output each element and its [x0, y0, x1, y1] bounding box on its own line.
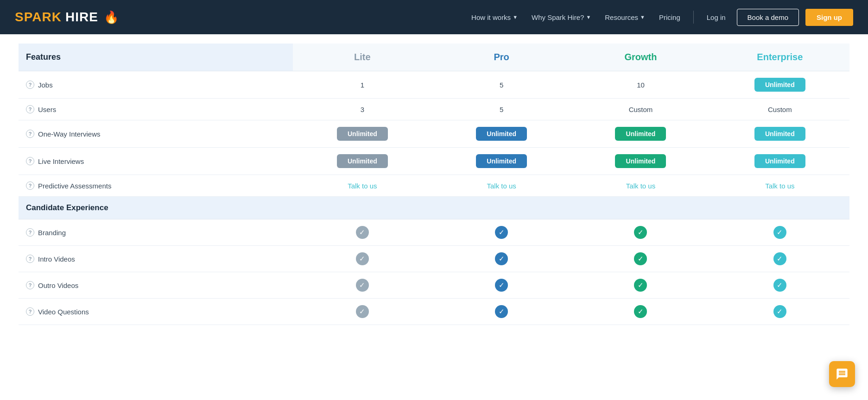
pro-cell: Unlimited: [432, 148, 571, 175]
feature-cell: ? Users: [19, 99, 293, 120]
pro-cell: ✓: [432, 219, 571, 246]
help-icon[interactable]: ?: [26, 81, 34, 89]
growth-cell: ✓: [571, 246, 710, 272]
flame-icon: 🔥: [104, 10, 119, 25]
talk-to-us-link[interactable]: Talk to us: [348, 182, 377, 190]
feature-label: Users: [38, 106, 56, 113]
growth-cell: Unlimited: [571, 148, 710, 175]
unlimited-badge: Unlimited: [754, 127, 805, 141]
enterprise-cell: Talk to us: [710, 175, 849, 197]
feature-cell: ? Intro Videos: [19, 246, 293, 272]
nav-resources[interactable]: Resources ▼: [599, 10, 651, 25]
signup-button[interactable]: Sign up: [805, 9, 853, 26]
feature-label: Outro Videos: [38, 281, 78, 289]
unlimited-badge: Unlimited: [337, 154, 388, 168]
help-icon[interactable]: ?: [26, 157, 34, 165]
pro-cell: 5: [432, 99, 571, 120]
unlimited-badge: Unlimited: [754, 154, 805, 168]
help-icon[interactable]: ?: [26, 307, 34, 316]
nav-how-it-works[interactable]: How it works ▼: [466, 10, 523, 25]
check-icon: ✓: [495, 252, 508, 265]
nav-links: How it works ▼ Why Spark Hire? ▼ Resourc…: [466, 9, 853, 26]
check-icon: ✓: [495, 279, 508, 292]
unlimited-badge: Unlimited: [615, 127, 666, 141]
section-header-row: Candidate Experience: [19, 197, 849, 219]
number-value: 3: [361, 106, 364, 113]
enterprise-cell: Unlimited: [710, 148, 849, 175]
table-row: ? Intro Videos ✓✓✓✓: [19, 246, 849, 272]
feature-cell: ? Live Interviews: [19, 148, 293, 175]
talk-to-us-link[interactable]: Talk to us: [487, 182, 516, 190]
unlimited-badge: Unlimited: [476, 127, 527, 141]
lite-cell: Unlimited: [293, 148, 432, 175]
feature-label: Jobs: [38, 81, 53, 89]
lite-cell: ✓: [293, 246, 432, 272]
feature-cell: ? Outro Videos: [19, 272, 293, 299]
feature-label: Predictive Assessments: [38, 182, 111, 190]
lite-cell: ✓: [293, 299, 432, 325]
check-icon: ✓: [773, 252, 786, 265]
help-icon[interactable]: ?: [26, 255, 34, 263]
help-icon[interactable]: ?: [26, 105, 34, 113]
help-icon[interactable]: ?: [26, 130, 34, 138]
check-icon: ✓: [634, 279, 647, 292]
number-value: 10: [637, 81, 645, 89]
feature-label: One-Way Interviews: [38, 130, 100, 138]
unlimited-badge: Unlimited: [337, 127, 388, 141]
feature-cell: ? Branding: [19, 219, 293, 246]
help-icon[interactable]: ?: [26, 181, 34, 190]
feature-cell: ? Jobs: [19, 71, 293, 99]
enterprise-cell: Unlimited: [710, 71, 849, 99]
table-row: ? Branding ✓✓✓✓: [19, 219, 849, 246]
feature-label: Live Interviews: [38, 157, 84, 165]
table-row: ? Outro Videos ✓✓✓✓: [19, 272, 849, 299]
lite-cell: ✓: [293, 219, 432, 246]
th-features: Features: [19, 44, 293, 71]
book-demo-button[interactable]: Book a demo: [737, 9, 799, 26]
check-icon: ✓: [634, 252, 647, 265]
pro-cell: ✓: [432, 272, 571, 299]
logo-spark-text: SPARK: [15, 10, 62, 25]
talk-to-us-link[interactable]: Talk to us: [626, 182, 655, 190]
enterprise-cell: ✓: [710, 272, 849, 299]
section-title: Candidate Experience: [19, 197, 849, 219]
help-icon[interactable]: ?: [26, 228, 34, 237]
unlimited-badge: Unlimited: [476, 154, 527, 168]
table-row: ? Predictive Assessments Talk to usTalk …: [19, 175, 849, 197]
nav-why-spark-hire[interactable]: Why Spark Hire? ▼: [526, 10, 596, 25]
check-icon: ✓: [773, 226, 786, 239]
nav-pricing[interactable]: Pricing: [653, 10, 686, 25]
logo[interactable]: SPARK HIRE 🔥: [15, 10, 119, 25]
feature-label: Intro Videos: [38, 255, 75, 263]
table-row: ? Video Questions ✓✓✓✓: [19, 299, 849, 325]
talk-to-us-link[interactable]: Talk to us: [765, 182, 794, 190]
nav-login[interactable]: Log in: [701, 10, 731, 25]
lite-cell: Talk to us: [293, 175, 432, 197]
lite-cell: 3: [293, 99, 432, 120]
navbar: SPARK HIRE 🔥 How it works ▼ Why Spark Hi…: [0, 0, 868, 34]
growth-cell: Talk to us: [571, 175, 710, 197]
th-lite: Lite: [293, 44, 432, 71]
check-icon: ✓: [634, 226, 647, 239]
check-icon: ✓: [773, 279, 786, 292]
lite-cell: ✓: [293, 272, 432, 299]
enterprise-cell: ✓: [710, 219, 849, 246]
feature-cell: ? Video Questions: [19, 299, 293, 325]
feature-cell: ? Predictive Assessments: [19, 175, 293, 197]
check-icon: ✓: [773, 305, 786, 318]
number-value: 1: [361, 81, 364, 89]
growth-cell: Unlimited: [571, 120, 710, 148]
table-row: ? Jobs 1510Unlimited: [19, 71, 849, 99]
table-row: ? One-Way Interviews UnlimitedUnlimitedU…: [19, 120, 849, 148]
chevron-down-icon: ▼: [640, 14, 645, 20]
nav-divider: [693, 11, 694, 24]
check-icon: ✓: [634, 305, 647, 318]
table-header-row: Features Lite Pro Growth Enterprise: [19, 44, 849, 71]
enterprise-cell: Unlimited: [710, 120, 849, 148]
pro-cell: ✓: [432, 246, 571, 272]
th-growth: Growth: [571, 44, 710, 71]
enterprise-cell: Custom: [710, 99, 849, 120]
number-value: 5: [500, 81, 503, 89]
th-pro: Pro: [432, 44, 571, 71]
help-icon[interactable]: ?: [26, 281, 34, 289]
